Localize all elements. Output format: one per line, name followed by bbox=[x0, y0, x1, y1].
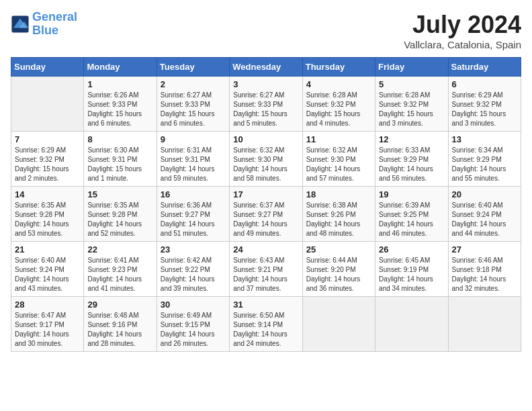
calendar-cell: 7Sunrise: 6:29 AM Sunset: 9:32 PM Daylig… bbox=[11, 132, 84, 187]
day-number: 11 bbox=[306, 134, 371, 144]
calendar-cell: 22Sunrise: 6:41 AM Sunset: 9:23 PM Dayli… bbox=[84, 242, 157, 297]
location: Vallclara, Catalonia, Spain bbox=[404, 39, 521, 50]
day-info: Sunrise: 6:40 AM Sunset: 9:24 PM Dayligh… bbox=[452, 201, 517, 238]
calendar-cell: 2Sunrise: 6:27 AM Sunset: 9:33 PM Daylig… bbox=[157, 77, 229, 132]
calendar-cell: 11Sunrise: 6:32 AM Sunset: 9:30 PM Dayli… bbox=[302, 132, 375, 187]
day-number: 27 bbox=[452, 244, 517, 255]
title-block: July 2024 Vallclara, Catalonia, Spain bbox=[404, 11, 521, 50]
day-info: Sunrise: 6:34 AM Sunset: 9:29 PM Dayligh… bbox=[452, 146, 517, 183]
header-cell-wednesday: Wednesday bbox=[230, 58, 302, 77]
day-number: 14 bbox=[15, 189, 80, 199]
day-number: 20 bbox=[452, 189, 517, 199]
calendar-cell: 26Sunrise: 6:45 AM Sunset: 9:19 PM Dayli… bbox=[375, 242, 448, 297]
day-number: 25 bbox=[306, 244, 371, 255]
week-row-3: 14Sunrise: 6:35 AM Sunset: 9:28 PM Dayli… bbox=[11, 187, 521, 242]
day-number: 7 bbox=[15, 134, 80, 144]
header-cell-saturday: Saturday bbox=[448, 58, 521, 77]
day-number: 24 bbox=[233, 244, 298, 255]
day-number: 4 bbox=[306, 79, 371, 89]
day-number: 9 bbox=[161, 134, 226, 144]
day-info: Sunrise: 6:45 AM Sunset: 9:19 PM Dayligh… bbox=[379, 256, 444, 293]
calendar-cell bbox=[448, 297, 521, 352]
calendar-cell: 8Sunrise: 6:30 AM Sunset: 9:31 PM Daylig… bbox=[84, 132, 157, 187]
day-info: Sunrise: 6:27 AM Sunset: 9:33 PM Dayligh… bbox=[233, 91, 298, 128]
day-info: Sunrise: 6:28 AM Sunset: 9:32 PM Dayligh… bbox=[379, 91, 444, 128]
header-cell-friday: Friday bbox=[375, 58, 448, 77]
calendar-cell: 23Sunrise: 6:42 AM Sunset: 9:22 PM Dayli… bbox=[157, 242, 229, 297]
calendar-cell bbox=[375, 297, 448, 352]
day-info: Sunrise: 6:46 AM Sunset: 9:18 PM Dayligh… bbox=[452, 256, 517, 293]
calendar-cell: 9Sunrise: 6:31 AM Sunset: 9:31 PM Daylig… bbox=[157, 132, 229, 187]
calendar-header: SundayMondayTuesdayWednesdayThursdayFrid… bbox=[11, 58, 521, 77]
day-info: Sunrise: 6:50 AM Sunset: 9:14 PM Dayligh… bbox=[233, 311, 298, 349]
day-number: 19 bbox=[379, 189, 444, 199]
day-number: 26 bbox=[379, 244, 444, 255]
day-info: Sunrise: 6:47 AM Sunset: 9:17 PM Dayligh… bbox=[15, 311, 80, 349]
calendar-cell: 30Sunrise: 6:49 AM Sunset: 9:15 PM Dayli… bbox=[157, 297, 229, 352]
header-cell-monday: Monday bbox=[84, 58, 157, 77]
calendar-cell: 6Sunrise: 6:29 AM Sunset: 9:32 PM Daylig… bbox=[448, 77, 521, 132]
day-number: 28 bbox=[15, 300, 80, 310]
day-info: Sunrise: 6:35 AM Sunset: 9:28 PM Dayligh… bbox=[15, 201, 80, 238]
day-number: 6 bbox=[452, 79, 517, 89]
week-row-2: 7Sunrise: 6:29 AM Sunset: 9:32 PM Daylig… bbox=[11, 132, 521, 187]
day-number: 3 bbox=[233, 79, 298, 89]
day-number: 8 bbox=[87, 134, 152, 144]
week-row-5: 28Sunrise: 6:47 AM Sunset: 9:17 PM Dayli… bbox=[11, 297, 521, 352]
day-info: Sunrise: 6:35 AM Sunset: 9:28 PM Dayligh… bbox=[87, 201, 152, 238]
calendar-cell: 28Sunrise: 6:47 AM Sunset: 9:17 PM Dayli… bbox=[11, 297, 84, 352]
day-info: Sunrise: 6:29 AM Sunset: 9:32 PM Dayligh… bbox=[15, 146, 80, 183]
day-info: Sunrise: 6:32 AM Sunset: 9:30 PM Dayligh… bbox=[306, 146, 371, 183]
day-info: Sunrise: 6:49 AM Sunset: 9:15 PM Dayligh… bbox=[161, 311, 226, 349]
day-number: 31 bbox=[233, 300, 298, 310]
day-info: Sunrise: 6:42 AM Sunset: 9:22 PM Dayligh… bbox=[161, 256, 226, 293]
week-row-4: 21Sunrise: 6:40 AM Sunset: 9:24 PM Dayli… bbox=[11, 242, 521, 297]
day-info: Sunrise: 6:37 AM Sunset: 9:27 PM Dayligh… bbox=[233, 201, 298, 238]
calendar-cell: 19Sunrise: 6:39 AM Sunset: 9:25 PM Dayli… bbox=[375, 187, 448, 242]
day-info: Sunrise: 6:26 AM Sunset: 9:33 PM Dayligh… bbox=[87, 91, 152, 128]
day-number: 2 bbox=[161, 79, 226, 89]
calendar-cell: 20Sunrise: 6:40 AM Sunset: 9:24 PM Dayli… bbox=[448, 187, 521, 242]
calendar-cell: 27Sunrise: 6:46 AM Sunset: 9:18 PM Dayli… bbox=[448, 242, 521, 297]
logo: General Blue bbox=[11, 11, 77, 38]
day-number: 21 bbox=[15, 244, 80, 255]
header-cell-thursday: Thursday bbox=[302, 58, 375, 77]
day-info: Sunrise: 6:39 AM Sunset: 9:25 PM Dayligh… bbox=[379, 201, 444, 238]
header-cell-sunday: Sunday bbox=[11, 58, 84, 77]
calendar-table: SundayMondayTuesdayWednesdayThursdayFrid… bbox=[11, 57, 521, 352]
day-number: 22 bbox=[87, 244, 152, 255]
day-info: Sunrise: 6:36 AM Sunset: 9:27 PM Dayligh… bbox=[161, 201, 226, 238]
day-number: 30 bbox=[161, 300, 226, 310]
day-info: Sunrise: 6:28 AM Sunset: 9:32 PM Dayligh… bbox=[306, 91, 371, 128]
day-number: 17 bbox=[233, 189, 298, 199]
day-number: 18 bbox=[306, 189, 371, 199]
day-info: Sunrise: 6:48 AM Sunset: 9:16 PM Dayligh… bbox=[87, 311, 152, 349]
day-number: 16 bbox=[161, 189, 226, 199]
calendar-cell: 24Sunrise: 6:43 AM Sunset: 9:21 PM Dayli… bbox=[230, 242, 302, 297]
day-number: 12 bbox=[379, 134, 444, 144]
calendar-cell: 18Sunrise: 6:38 AM Sunset: 9:26 PM Dayli… bbox=[302, 187, 375, 242]
calendar-body: 1Sunrise: 6:26 AM Sunset: 9:33 PM Daylig… bbox=[11, 77, 521, 352]
calendar-cell bbox=[302, 297, 375, 352]
calendar-cell: 4Sunrise: 6:28 AM Sunset: 9:32 PM Daylig… bbox=[302, 77, 375, 132]
page-header: General Blue July 2024 Vallclara, Catalo… bbox=[11, 11, 521, 50]
day-number: 13 bbox=[452, 134, 517, 144]
day-number: 29 bbox=[87, 300, 152, 310]
calendar-cell: 13Sunrise: 6:34 AM Sunset: 9:29 PM Dayli… bbox=[448, 132, 521, 187]
day-info: Sunrise: 6:44 AM Sunset: 9:20 PM Dayligh… bbox=[306, 256, 371, 293]
calendar-cell: 10Sunrise: 6:32 AM Sunset: 9:30 PM Dayli… bbox=[230, 132, 302, 187]
day-number: 1 bbox=[87, 79, 152, 89]
day-info: Sunrise: 6:32 AM Sunset: 9:30 PM Dayligh… bbox=[233, 146, 298, 183]
calendar-cell: 17Sunrise: 6:37 AM Sunset: 9:27 PM Dayli… bbox=[230, 187, 302, 242]
day-info: Sunrise: 6:33 AM Sunset: 9:29 PM Dayligh… bbox=[379, 146, 444, 183]
calendar-cell: 25Sunrise: 6:44 AM Sunset: 9:20 PM Dayli… bbox=[302, 242, 375, 297]
calendar-cell: 5Sunrise: 6:28 AM Sunset: 9:32 PM Daylig… bbox=[375, 77, 448, 132]
day-info: Sunrise: 6:41 AM Sunset: 9:23 PM Dayligh… bbox=[87, 256, 152, 293]
header-row: SundayMondayTuesdayWednesdayThursdayFrid… bbox=[11, 58, 521, 77]
day-info: Sunrise: 6:27 AM Sunset: 9:33 PM Dayligh… bbox=[161, 91, 226, 128]
day-info: Sunrise: 6:38 AM Sunset: 9:26 PM Dayligh… bbox=[306, 201, 371, 238]
day-number: 10 bbox=[233, 134, 298, 144]
logo-icon bbox=[11, 15, 30, 34]
month-year: July 2024 bbox=[404, 11, 521, 39]
day-info: Sunrise: 6:43 AM Sunset: 9:21 PM Dayligh… bbox=[233, 256, 298, 293]
